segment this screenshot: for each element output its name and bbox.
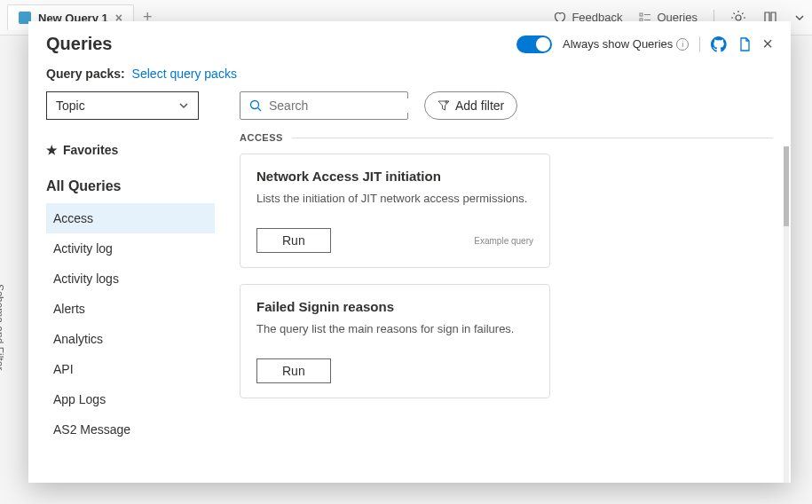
side-panel-label[interactable]: Schema and Filter bbox=[0, 284, 5, 370]
topic-label: Topic bbox=[56, 98, 85, 113]
category-access[interactable]: Access bbox=[46, 203, 215, 233]
category-activity-log[interactable]: Activity log bbox=[46, 233, 215, 264]
document-icon[interactable] bbox=[737, 37, 752, 51]
svg-point-5 bbox=[251, 101, 259, 109]
always-show-label: Always show Queries i bbox=[563, 37, 689, 51]
category-app-logs[interactable]: App Logs bbox=[46, 384, 215, 414]
close-icon[interactable]: × bbox=[762, 34, 773, 54]
modal-title: Queries bbox=[46, 34, 112, 54]
card-title: Network Access JIT initiation bbox=[256, 169, 533, 184]
category-activity-logs[interactable]: Activity logs bbox=[46, 264, 215, 294]
search-icon bbox=[249, 99, 262, 112]
section-label: ACCESS bbox=[240, 132, 283, 143]
scrollbar-thumb[interactable] bbox=[784, 146, 789, 226]
left-column: Topic ★ Favorites All Queries Access Act… bbox=[46, 91, 215, 483]
card-description: The query list the main reasons for sign… bbox=[256, 321, 533, 337]
add-filter-button[interactable]: Add filter bbox=[424, 91, 517, 120]
svg-rect-0 bbox=[640, 13, 643, 16]
example-query-tag: Example query bbox=[474, 236, 533, 246]
filter-icon bbox=[438, 99, 450, 112]
search-input-wrapper[interactable] bbox=[240, 91, 408, 120]
card-description: Lists the initiation of JIT network acce… bbox=[256, 191, 533, 207]
add-filter-label: Add filter bbox=[455, 98, 504, 113]
info-icon[interactable]: i bbox=[676, 38, 689, 51]
chevron-down-icon[interactable] bbox=[794, 12, 805, 23]
run-button[interactable]: Run bbox=[256, 358, 331, 383]
query-packs-label: Query packs: bbox=[46, 67, 125, 81]
section-header: ACCESS bbox=[240, 132, 773, 143]
query-card: Network Access JIT initiation Lists the … bbox=[240, 154, 550, 268]
query-card: Failed Signin reasons The query list the… bbox=[240, 284, 550, 398]
favorites-label: Favorites bbox=[63, 143, 118, 157]
modal-header: Queries Always show Queries i × bbox=[28, 21, 791, 61]
category-list: Access Activity log Activity logs Alerts… bbox=[46, 203, 215, 483]
card-title: Failed Signin reasons bbox=[256, 299, 533, 314]
svg-line-6 bbox=[258, 108, 262, 112]
select-query-packs-link[interactable]: Select query packs bbox=[132, 67, 237, 81]
right-column: Add filter ACCESS Network Access JIT ini… bbox=[215, 91, 791, 483]
query-packs-row: Query packs: Select query packs bbox=[28, 61, 791, 91]
search-input[interactable] bbox=[269, 98, 424, 113]
divider bbox=[699, 36, 700, 52]
category-api[interactable]: API bbox=[46, 354, 215, 384]
category-as2-message[interactable]: AS2 Message bbox=[46, 414, 215, 445]
always-show-toggle[interactable] bbox=[516, 35, 552, 53]
github-icon[interactable] bbox=[711, 36, 727, 52]
topic-dropdown[interactable]: Topic bbox=[46, 91, 199, 120]
favorites-header[interactable]: ★ Favorites bbox=[46, 138, 215, 162]
section-divider bbox=[292, 138, 773, 138]
svg-point-4 bbox=[736, 15, 741, 20]
all-queries-header: All Queries bbox=[46, 162, 215, 203]
star-icon: ★ bbox=[46, 143, 58, 157]
chevron-down-icon bbox=[178, 100, 189, 111]
category-analytics[interactable]: Analytics bbox=[46, 324, 215, 354]
category-alerts[interactable]: Alerts bbox=[46, 294, 215, 324]
queries-modal: Queries Always show Queries i × Query pa… bbox=[28, 21, 791, 483]
run-button[interactable]: Run bbox=[256, 228, 331, 253]
query-cards: Network Access JIT initiation Lists the … bbox=[240, 154, 773, 483]
